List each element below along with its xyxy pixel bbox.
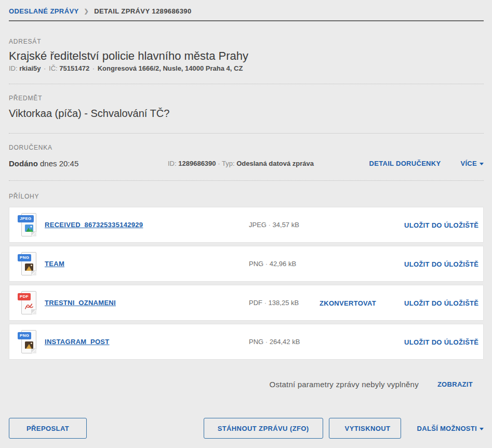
addressee-section: ADRESÁT Krajské ředitelství policie hlav… [9, 21, 484, 84]
more-dropdown[interactable]: VÍCE [460, 160, 484, 167]
png-file-icon: PNG [17, 251, 39, 278]
addressee-ic-value: 75151472 [59, 64, 89, 72]
forward-button[interactable]: PŘEPOSLAT [9, 418, 87, 439]
attachments-section: PŘÍLOHY JPEG RECEIVED_867325335142929 JP… [9, 181, 484, 360]
attachment-meta: JPEG · 34,57 kB [249, 221, 320, 229]
attachment-name-link[interactable]: TEAM [45, 260, 249, 268]
separator-dot: · [91, 64, 96, 72]
addressee-name: Krajské ředitelství policie hlavního měs… [9, 49, 484, 63]
attachment-row: PNG TEAM PNG · 42,96 kB ULOŽIT DO ÚLOŽIŠ… [9, 246, 484, 282]
addressee-label: ADRESÁT [9, 38, 484, 45]
breadcrumb-current: DETAIL ZPRÁVY 1289686390 [94, 7, 191, 15]
convert-cell: ZKONVERTOVAT [320, 298, 404, 308]
png-file-icon: PNG [17, 328, 39, 355]
subject-text: Viktorkaa (píča) - Schvalování TČ? [9, 108, 484, 120]
breadcrumb-sent-messages-link[interactable]: ODESLANÉ ZPRÁVY [9, 7, 79, 15]
separator-dot: · [43, 64, 47, 72]
message-id-label: ID: [168, 160, 177, 167]
other-params-row: Ostatní parametry zprávy nebyly vyplněny… [9, 380, 484, 389]
attachment-name-link[interactable]: INSTAGRAM_POST [45, 338, 249, 346]
delivery-status-time: dnes 20:45 [38, 159, 78, 168]
receipt-label: DORUČENKA [9, 144, 484, 151]
breadcrumb-chevron-icon: ❯ [84, 8, 89, 15]
addressee-address: Kongresová 1666/2, Nusle, 14000 Praha 4,… [98, 64, 243, 72]
receipt-links: DETAIL DORUČENKY VÍCE [369, 160, 484, 167]
delivery-status: Dodáno dnes 20:45 [9, 159, 168, 168]
attachment-list: JPEG RECEIVED_867325335142929 JPEG · 34,… [9, 207, 484, 360]
attachment-row: PDF TRESTNI_OZNAMENI PDF · 138,25 kB ZKO… [9, 285, 484, 321]
attachment-meta: PDF · 138,25 kB [249, 299, 320, 307]
attachment-meta: PNG · 42,96 kB [249, 260, 320, 268]
message-type-label: Typ: [222, 160, 235, 167]
message-id-value: 1289686390 [178, 160, 216, 167]
attachment-meta: PNG · 264,42 kB [249, 338, 320, 346]
convert-link[interactable]: ZKONVERTOVAT [320, 299, 376, 307]
attachments-label: PŘÍLOHY [9, 193, 484, 200]
message-type-value: Odeslaná datová zpráva [236, 160, 314, 167]
save-to-storage-link[interactable]: ULOŽIT DO ÚLOŽIŠTĚ [404, 338, 478, 346]
pdf-file-icon: PDF [17, 289, 39, 317]
caret-down-icon [480, 163, 484, 165]
addressee-ic-label: IČ: [49, 64, 58, 72]
message-meta: ID: 1289686390 · Typ: Odeslaná datová zp… [168, 160, 369, 167]
receipt-row: Dodáno dnes 20:45 ID: 1289686390 · Typ: … [9, 159, 484, 168]
caret-down-icon [480, 428, 484, 430]
subject-section: PŘEDMĚT Viktorkaa (píča) - Schvalování T… [9, 84, 484, 134]
save-to-storage-link[interactable]: ULOŽIT DO ÚLOŽIŠTĚ [404, 260, 478, 268]
attachment-name-link[interactable]: TRESTNI_OZNAMENI [45, 299, 249, 307]
save-to-storage-link[interactable]: ULOŽIT DO ÚLOŽIŠTĚ [404, 299, 478, 307]
download-zfo-button[interactable]: STÁHNOUT ZPRÁVU (ZFO) [204, 418, 323, 439]
attachment-row: JPEG RECEIVED_867325335142929 JPEG · 34,… [9, 207, 484, 243]
message-detail-page: ODESLANÉ ZPRÁVY ❯ DETAIL ZPRÁVY 12896863… [0, 0, 492, 448]
save-to-storage-link[interactable]: ULOŽIT DO ÚLOŽIŠTĚ [404, 221, 478, 229]
delivery-status-word: Dodáno [9, 159, 38, 168]
addressee-id-value: rkiai5y [19, 64, 41, 72]
addressee-info: ID: rkiai5y · IČ: 75151472 · Kongresová … [9, 64, 484, 72]
show-params-link[interactable]: ZOBRAZIT [437, 380, 473, 388]
other-params-text: Ostatní parametry zprávy nebyly vyplněny [270, 380, 419, 389]
receipt-section: DORUČENKA Dodáno dnes 20:45 ID: 12896863… [9, 134, 484, 181]
action-bar: PŘEPOSLAT STÁHNOUT ZPRÁVU (ZFO) VYTISKNO… [9, 418, 484, 439]
print-button[interactable]: VYTISKNOUT [329, 418, 401, 439]
receipt-detail-link[interactable]: DETAIL DORUČENKY [369, 160, 441, 167]
more-options-dropdown[interactable]: DALŠÍ MOŽNOSTI [417, 425, 484, 432]
attachment-name-link[interactable]: RECEIVED_867325335142929 [45, 221, 249, 229]
subject-label: PŘEDMĚT [9, 95, 484, 102]
addressee-id-label: ID: [9, 64, 18, 72]
jpeg-file-icon: JPEG [17, 212, 39, 239]
separator-dot: · [218, 160, 220, 167]
attachment-row: PNG INSTAGRAM_POST PNG · 264,42 kB ULOŽI… [9, 324, 484, 360]
breadcrumb: ODESLANÉ ZPRÁVY ❯ DETAIL ZPRÁVY 12896863… [9, 7, 484, 15]
